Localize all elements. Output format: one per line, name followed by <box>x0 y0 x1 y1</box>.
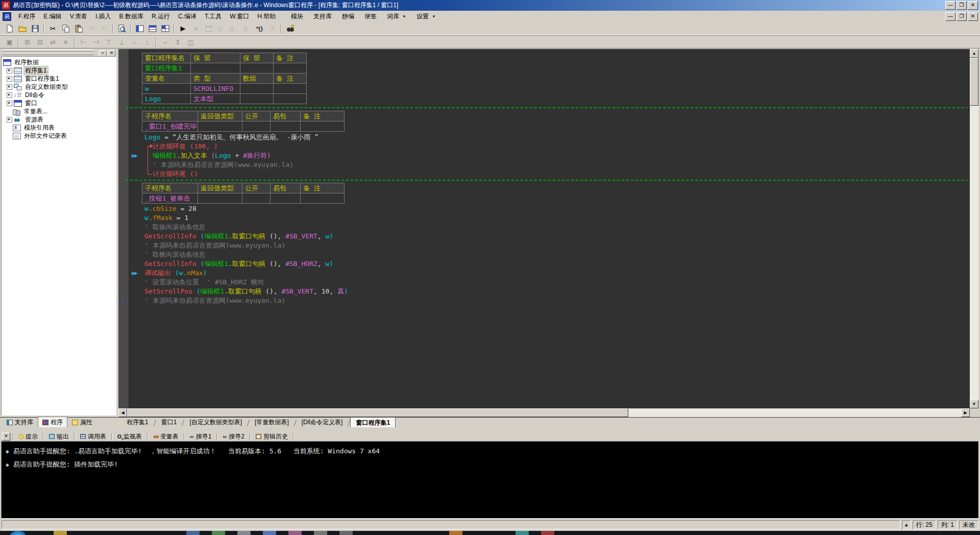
doc-tab-assembly-1[interactable]: 程序集1 <box>121 417 154 428</box>
code-line[interactable]: SetScrollPos (编辑框1.取窗口句柄 (), #SB_VERT, 1… <box>144 287 348 296</box>
code-line[interactable]: ' 本源码来自易语言资源网(www.eyuyan.la) <box>144 241 285 250</box>
code-line[interactable]: 计次循环尾 () <box>153 169 198 179</box>
table-cell[interactable]: Logo <box>142 94 191 104</box>
code-line[interactable]: ' 取纵向滚动条信息 <box>144 223 206 232</box>
menu-settings[interactable]: 设置▼ <box>411 11 441 22</box>
table-cell[interactable] <box>191 63 240 74</box>
code-line[interactable]: GetScrollInfo (编辑框1.取窗口句柄 (), #SB_VERT, … <box>144 232 333 241</box>
output-tab-clip-history[interactable]: 剪辑历史 <box>251 432 292 442</box>
tab-order-button[interactable]: ≡ <box>59 37 72 47</box>
table-header-cell[interactable]: 子程序名 <box>142 111 198 121</box>
expand-plus-icon[interactable] <box>7 92 12 98</box>
menu-help[interactable]: H.帮助 <box>253 11 280 22</box>
table-cell[interactable] <box>274 63 307 74</box>
tree-item-resource-table[interactable]: 资源表 <box>2 115 116 124</box>
align-right-edges-button[interactable]: ⊣ <box>90 37 103 47</box>
pinned-app-icon[interactable] <box>212 531 225 535</box>
close-button[interactable]: ✕ <box>968 1 978 10</box>
scroll-left-icon[interactable]: ◀ <box>118 408 127 417</box>
menu-module[interactable]: 模块 <box>286 11 308 22</box>
editor-horizontal-scrollbar[interactable]: ◀ ▶ <box>118 408 970 417</box>
table-header-cell[interactable]: 备 注 <box>274 53 307 63</box>
same-height-button[interactable]: ⇕ <box>172 37 184 47</box>
table-cell[interactable] <box>271 193 301 204</box>
table-cell[interactable] <box>242 193 271 204</box>
save-button[interactable] <box>29 23 41 34</box>
output-tab-call-table[interactable]: 调用表 <box>76 432 111 442</box>
child-minimize-button[interactable]: — <box>945 12 955 21</box>
table-header-cell[interactable]: 变量名 <box>142 74 191 84</box>
table-cell[interactable] <box>240 84 274 94</box>
horizontal-scroll-thumb[interactable] <box>127 408 628 417</box>
table-header-cell[interactable]: 数组 <box>240 74 274 84</box>
same-width-button[interactable]: ⇔ <box>159 37 172 47</box>
insert-column-button[interactable]: ⊞ <box>21 37 34 47</box>
code-line[interactable]: 编辑框1.加入文本 (Logo + #换行符) <box>153 151 271 160</box>
code-line[interactable]: ' 设置滚动条位置 ' #SB_HORZ 横向 <box>144 278 264 287</box>
table-cell[interactable] <box>301 121 345 132</box>
definition-table[interactable]: 子程序名返回值类型公开易包备 注_窗口1_创建完毕 <box>142 111 345 132</box>
output-tab-search-1[interactable]: ∞搜寻1 <box>185 432 216 442</box>
insert-row-button[interactable]: ⊟ <box>34 37 46 47</box>
tree-item-program-data[interactable]: 程序数据 <box>2 58 116 66</box>
menu-support-lib[interactable]: 支持库 <box>308 11 337 22</box>
doc-tab-dll-define-table[interactable]: [Dll命令定义表] <box>297 417 348 428</box>
table-cell[interactable]: _按钮1_被单击 <box>142 193 198 204</box>
scroll-down-icon[interactable]: ▼ <box>970 400 978 408</box>
menu-edit[interactable]: E.编辑 <box>39 11 65 22</box>
pinned-app-icon[interactable] <box>263 531 276 535</box>
new-file-button[interactable] <box>3 23 16 34</box>
run-to-cursor-button[interactable]: *{} <box>253 23 266 34</box>
code-line[interactable]: ' 本源码来自易语言资源网(www.eyuyan.la) <box>153 160 293 169</box>
align-left-edges-button[interactable]: ⊢ <box>77 37 90 47</box>
menu-window[interactable]: W.窗口 <box>226 11 253 22</box>
pinned-app-icon[interactable] <box>449 531 462 535</box>
table-cell[interactable]: 文本型 <box>191 94 240 104</box>
menu-program[interactable]: F.程序 <box>14 11 39 22</box>
definition-table[interactable]: 子程序名返回值类型公开易包备 注_按钮1_被单击 <box>142 183 345 204</box>
doc-tab-custom-datatype-table[interactable]: [自定义数据类型表] <box>184 417 247 428</box>
expand-plus-icon[interactable] <box>7 117 12 123</box>
menu-static-compile[interactable]: 静编 <box>337 11 359 22</box>
table-header-cell[interactable]: 公开 <box>242 111 271 121</box>
table-cell[interactable]: _窗口1_创建完毕 <box>142 121 198 132</box>
start-button[interactable] <box>10 531 26 535</box>
tree-item-custom-datatypes[interactable]: 自定义数据类型 <box>2 83 116 91</box>
table-cell[interactable] <box>274 84 307 94</box>
open-file-button[interactable] <box>16 23 29 34</box>
expand-plus-icon[interactable] <box>7 84 12 90</box>
pinned-app-icon[interactable] <box>288 531 302 535</box>
menu-view[interactable]: V.查看 <box>66 11 91 22</box>
output-tab-search-2[interactable]: ∞搜寻2 <box>218 432 249 442</box>
pinned-app-icon[interactable] <box>339 531 353 535</box>
view-program-panel-button[interactable] <box>133 23 146 34</box>
table-cell[interactable] <box>198 121 242 132</box>
table-header-cell[interactable]: 备 注 <box>301 111 345 121</box>
view-output-panel-button[interactable] <box>146 23 159 34</box>
code-editor[interactable]: 窗口程序集名保 留保 留备 注窗口程序集1变量名类 型数组备 注wSCROLLI… <box>118 49 970 408</box>
tree-item-assembly-1[interactable]: 程序集1 <box>2 66 116 75</box>
doc-tab-constant-data-table[interactable]: [常量数据表] <box>250 417 294 428</box>
cut-button[interactable]: ✂ <box>46 23 59 34</box>
pinned-app-icon[interactable] <box>54 531 67 535</box>
pinned-app-icon[interactable] <box>541 531 554 535</box>
scroll-up-icon[interactable]: ▲ <box>970 49 978 58</box>
scroll-right-icon[interactable]: ▶ <box>961 408 970 417</box>
menu-compile[interactable]: C.编译 <box>174 11 201 22</box>
space-horizontal-button[interactable]: ↔ <box>128 37 141 47</box>
table-header-cell[interactable]: 保 留 <box>191 53 240 63</box>
tree-item-window-assembly-1[interactable]: 窗口程序集1 <box>2 75 116 83</box>
table-header-cell[interactable]: 易包 <box>271 183 301 193</box>
menu-insert[interactable]: I.插入 <box>91 11 115 22</box>
doc-tab-window-1[interactable]: 窗口1 <box>156 417 182 428</box>
expand-plus-icon[interactable] <box>7 76 12 82</box>
table-header-cell[interactable]: 易包 <box>271 111 301 121</box>
tree-item-windows[interactable]: 窗口 <box>2 99 116 107</box>
paste-button[interactable] <box>72 23 85 34</box>
output-tab-var-table[interactable]: ◆◆变量表 <box>149 432 183 442</box>
maximize-button[interactable]: ❐ <box>957 1 967 10</box>
caret-jump-button[interactable]: ▲ <box>902 520 911 529</box>
table-cell[interactable]: 窗口程序集1 <box>142 63 191 74</box>
table-cell[interactable] <box>274 94 307 104</box>
pinned-app-icon[interactable] <box>186 531 200 535</box>
